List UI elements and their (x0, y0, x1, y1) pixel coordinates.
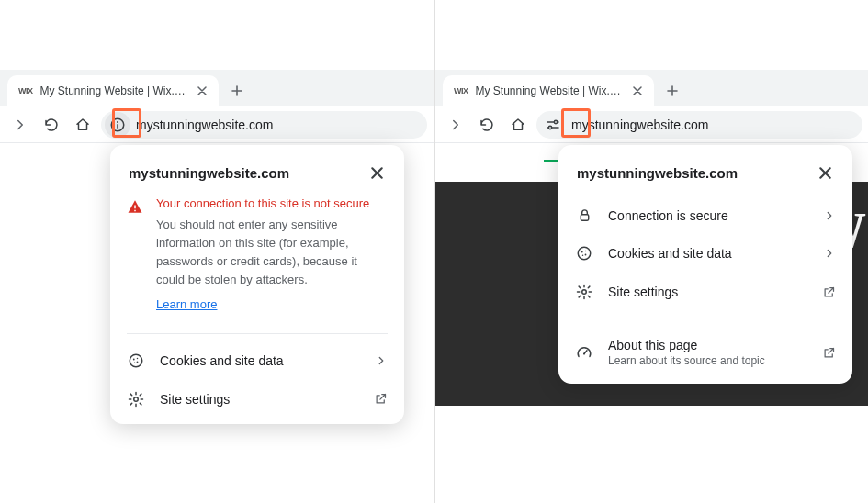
address-bar[interactable]: mystunningwebsite.com (101, 111, 427, 139)
divider (575, 319, 836, 319)
svg-point-20 (583, 352, 585, 354)
wix-favicon: WIX (18, 86, 33, 95)
settings-label: Site settings (608, 285, 807, 299)
svg-point-15 (581, 252, 583, 253)
cookies-row[interactable]: Cookies and site data (558, 234, 852, 273)
divider (127, 333, 388, 334)
forward-button[interactable] (7, 112, 33, 138)
svg-rect-3 (134, 206, 136, 209)
chevron-right-icon (823, 247, 836, 260)
tune-icon (545, 117, 561, 133)
svg-point-18 (585, 251, 587, 252)
cookies-label: Cookies and site data (160, 353, 360, 368)
cookies-label: Cookies and site data (608, 246, 808, 261)
close-icon[interactable] (196, 84, 209, 98)
tab-strip-bg: WIX My Stunning Website | Wix.com (0, 70, 434, 106)
new-tab-button[interactable] (224, 78, 250, 104)
site-settings-row[interactable]: Site settings (558, 273, 852, 311)
close-icon[interactable] (631, 84, 645, 98)
speed-icon (575, 344, 593, 361)
url-text: mystunningwebsite.com (136, 117, 273, 132)
site-info-popup-secure: mystunningwebsite.com Connection is secu… (558, 145, 852, 384)
svg-point-5 (130, 354, 142, 367)
cookies-row[interactable]: Cookies and site data (110, 341, 404, 380)
external-link-icon (374, 392, 388, 406)
tab-title: My Stunning Website | Wix.com (40, 84, 188, 97)
svg-rect-4 (134, 210, 136, 212)
wix-favicon: WIX (454, 86, 468, 95)
url-text: mystunningwebsite.com (571, 117, 708, 132)
svg-point-12 (548, 126, 551, 129)
close-icon[interactable] (366, 162, 388, 184)
browser-toolbar: mystunningwebsite.com (0, 106, 434, 143)
reload-button[interactable] (39, 112, 64, 138)
info-icon (109, 117, 126, 133)
gear-icon (575, 284, 593, 300)
about-page-sub: Learn about its source and topic (608, 354, 807, 367)
browser-tab[interactable]: WIX My Stunning Website | Wix.com (443, 75, 654, 106)
reload-button[interactable] (474, 112, 500, 138)
external-link-icon (822, 346, 836, 360)
site-info-button[interactable] (105, 112, 130, 138)
svg-point-7 (137, 361, 139, 363)
connection-secure-row[interactable]: Connection is secure (558, 196, 852, 234)
site-settings-row[interactable]: Site settings (110, 380, 404, 424)
browser-toolbar: mystunningwebsite.com (435, 106, 868, 143)
chevron-right-icon (823, 209, 836, 222)
svg-point-6 (133, 358, 135, 360)
popup-title: mystunningwebsite.com (577, 165, 738, 181)
settings-label: Site settings (160, 392, 359, 407)
about-page-label: About this page (608, 338, 807, 352)
svg-point-11 (554, 120, 557, 123)
svg-point-8 (134, 362, 136, 363)
external-link-icon (822, 285, 836, 299)
new-tab-button[interactable] (659, 78, 685, 104)
browser-tab[interactable]: WIX My Stunning Website | Wix.com (7, 75, 219, 106)
close-icon[interactable] (814, 162, 836, 184)
warning-body: You should not enter any sensitive infor… (156, 216, 388, 290)
svg-point-16 (585, 254, 587, 256)
warning-triangle-icon (127, 198, 143, 311)
svg-point-17 (582, 255, 584, 257)
forward-button[interactable] (443, 112, 468, 138)
learn-more-link[interactable]: Learn more (156, 297, 217, 311)
site-info-popup-insecure: mystunningwebsite.com Your connection to… (110, 145, 404, 424)
svg-rect-13 (581, 215, 589, 220)
svg-point-1 (117, 121, 118, 123)
connection-secure-label: Connection is secure (608, 208, 808, 223)
svg-point-19 (582, 290, 587, 295)
home-button[interactable] (70, 112, 96, 138)
home-button[interactable] (505, 112, 531, 138)
tab-strip-bg: WIX My Stunning Website | Wix.com (435, 70, 868, 106)
svg-rect-2 (117, 124, 118, 129)
tab-title: My Stunning Website | Wix.com (476, 84, 624, 97)
svg-point-10 (134, 397, 139, 401)
warning-title: Your connection to this site is not secu… (156, 196, 388, 210)
about-page-row[interactable]: About this page Learn about its source a… (558, 327, 852, 384)
svg-point-14 (578, 247, 591, 260)
svg-point-9 (137, 357, 139, 359)
chevron-right-icon (375, 354, 388, 367)
popup-title: mystunningwebsite.com (129, 165, 289, 181)
cookie-icon (575, 245, 593, 262)
address-bar[interactable]: mystunningwebsite.com (536, 111, 862, 139)
site-info-button[interactable] (540, 112, 566, 138)
gear-icon (127, 391, 145, 408)
lock-icon (575, 207, 593, 223)
cookie-icon (127, 352, 145, 369)
